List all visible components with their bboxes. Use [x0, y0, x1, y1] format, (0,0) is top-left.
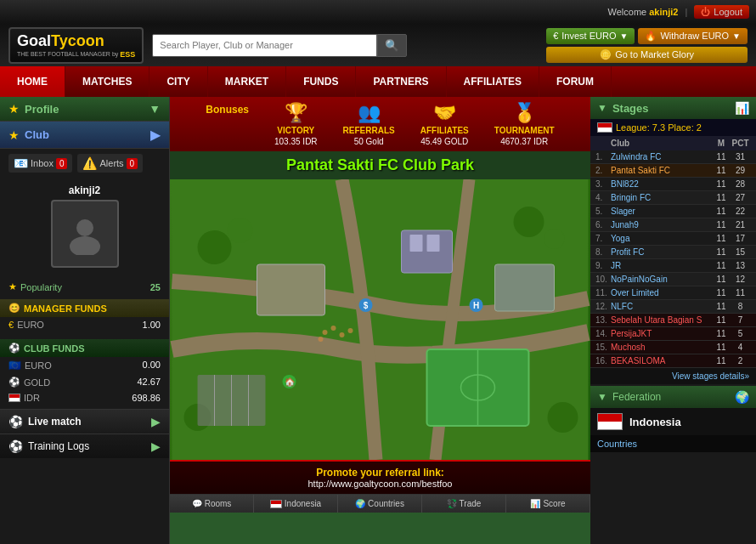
alerts-block[interactable]: ⚠️ Alerts 0	[77, 154, 143, 173]
tab-countries[interactable]: 🌍 Countries	[338, 495, 422, 513]
svg-point-20	[319, 337, 324, 342]
federation-flag-icon	[597, 413, 623, 430]
stages-chart-icon: 📊	[735, 101, 749, 115]
promo-link[interactable]: http://www.goaltycoon.com/bestfoo	[178, 479, 582, 489]
logout-icon: ⏻	[701, 7, 710, 17]
invest-euro-button[interactable]: € Invest EURO ▼	[546, 28, 635, 44]
svg-rect-10	[410, 235, 423, 252]
svg-point-1	[70, 236, 100, 255]
profile-section: ★ Profile ▼	[0, 97, 169, 122]
nav-affiliates[interactable]: AFFILIATES	[447, 66, 539, 97]
training-row[interactable]: ⚽ Training Logs ▶	[0, 434, 169, 458]
bonuses-bar: Bonuses 🏆 VICTORY 103.35 IDR 👥 REFERRALS…	[170, 97, 590, 151]
trade-icon: 💱	[447, 499, 457, 508]
league-flag-icon	[597, 122, 612, 133]
username-display: akinji2	[8, 184, 161, 196]
tab-score[interactable]: 📊 Score	[506, 495, 590, 513]
logo-tycoon: Tycoon	[51, 32, 104, 50]
table-row: 6. Junah9 11 21	[590, 218, 756, 232]
club-euro-label: 🇪🇺 EURO	[8, 360, 52, 371]
bonus-affiliates: 🤝 AFFILIATES 45.49 GOLD	[420, 102, 469, 146]
logout-button[interactable]: ⏻ Logout	[694, 5, 749, 19]
market-glory-button[interactable]: 🪙 Go to Market Glory	[546, 47, 748, 63]
profile-header[interactable]: ★ Profile ▼	[0, 97, 169, 121]
nav-market[interactable]: MARKET	[208, 66, 286, 97]
fire-icon: 🔥	[645, 31, 657, 42]
euro-flag-icon: €	[8, 320, 14, 330]
gold-icon: ⚽	[8, 377, 20, 388]
col-club-header: Club	[611, 139, 713, 148]
logo[interactable]: Goal Tycoon THE BEST FOOTBALL MANAGER by…	[8, 27, 144, 64]
ball-icon: ⚽	[8, 415, 23, 428]
svg-rect-13	[495, 264, 555, 311]
profile-star-icon: ★	[8, 102, 20, 116]
stages-header: ▼ Stages 📊	[590, 97, 756, 119]
club-header[interactable]: ★ Club ▶	[0, 122, 169, 148]
popularity-value: 25	[150, 282, 161, 292]
tab-rooms[interactable]: 💬 Rooms	[170, 495, 254, 513]
alerts-count-badge: 0	[127, 158, 138, 169]
nav-matches[interactable]: MATCHES	[65, 66, 150, 97]
manager-euro-value: 1.00	[143, 320, 161, 330]
svg-rect-12	[257, 264, 325, 315]
countries-link[interactable]: Countries	[597, 439, 637, 449]
logo-sub1: THE BEST	[17, 51, 46, 57]
tab-trade[interactable]: 💱 Trade	[422, 495, 506, 513]
score-icon: 📊	[530, 499, 540, 508]
svg-text:$: $	[364, 301, 369, 310]
inbox-count-badge: 0	[56, 158, 68, 169]
svg-point-19	[340, 332, 345, 337]
nav-home[interactable]: HOME	[0, 66, 65, 97]
promo-bar: Promote your referral link: http://www.g…	[170, 460, 590, 494]
table-row: 14. PersijaJKT 11 5	[590, 327, 756, 341]
logo-by: by	[112, 51, 118, 57]
col-m-header: M	[713, 139, 730, 148]
table-row: 4. Bringin FC 11 27	[590, 191, 756, 205]
table-row: 2. Pantat Sakti FC 11 29	[590, 164, 756, 178]
logo-sub2: FOOTBALL MANAGER	[48, 51, 110, 57]
dropdown-arrow-icon: ▼	[620, 31, 629, 41]
league-label: League: 7.3 Place: 2	[616, 122, 702, 133]
table-row: 7. Yoga 11 17	[590, 232, 756, 246]
training-label: ⚽ Training Logs	[8, 439, 89, 453]
alerts-label: Alerts	[99, 158, 123, 168]
nav-forum[interactable]: FORUM	[539, 66, 612, 97]
topbar: Welcome akinji2 | ⏻ Logout	[0, 0, 756, 24]
tab-indonesia[interactable]: Indonesia	[254, 495, 338, 513]
nav-city[interactable]: CITY	[150, 66, 207, 97]
svg-point-21	[348, 328, 353, 333]
table-row: 13. Sebelah Utara Bagian S 11 7	[590, 314, 756, 327]
svg-point-0	[76, 219, 93, 236]
table-row: 9. JR 11 13	[590, 259, 756, 273]
federation-title: Federation	[612, 391, 661, 403]
trophy-icon: 🏆	[285, 102, 307, 124]
park-title: Pantat Sakti FC Club Park	[170, 151, 590, 179]
withdraw-euro-button[interactable]: 🔥 Withdraw EURO ▼	[638, 28, 748, 44]
nav-funds[interactable]: FUNDS	[286, 66, 356, 97]
view-stages-link[interactable]: View stages details»	[590, 368, 756, 384]
federation-content: Indonesia	[590, 408, 756, 435]
search-button[interactable]: 🔍	[377, 34, 407, 57]
center-panel: Bonuses 🏆 VICTORY 103.35 IDR 👥 REFERRALS…	[170, 97, 590, 544]
club-star-icon: ★	[8, 128, 20, 142]
club-euro-value: 0.00	[143, 360, 161, 371]
table-row: 11. Over Limited 11 11	[590, 286, 756, 300]
right-panel: ▼ Stages 📊 League: 7.3 Place: 2 Club M P…	[590, 97, 756, 544]
inbox-block[interactable]: 📧 Inbox 0	[8, 154, 72, 173]
svg-text:H: H	[473, 301, 479, 310]
federation-name: Indonesia	[629, 416, 681, 428]
club-expand-icon: ▶	[150, 127, 161, 143]
profile-label: Profile	[25, 103, 59, 116]
gold-label: ⚽ GOLD	[8, 377, 50, 388]
dropdown-arrow-icon2: ▼	[732, 31, 741, 41]
nav-partners[interactable]: PARTNERS	[356, 66, 446, 97]
gold-value: 42.67	[137, 377, 161, 388]
training-arrow-icon: ▶	[151, 439, 161, 453]
logo-goal: Goal	[17, 32, 51, 50]
park-area: $ H 🏠	[170, 179, 590, 460]
search-input[interactable]	[152, 34, 377, 57]
live-match-row[interactable]: ⚽ Live match ▶	[0, 409, 169, 434]
eu-flag-icon: 🇪🇺	[8, 360, 21, 371]
club-section: ★ Club ▶	[0, 122, 169, 149]
live-match-label: ⚽ Live match	[8, 415, 82, 428]
